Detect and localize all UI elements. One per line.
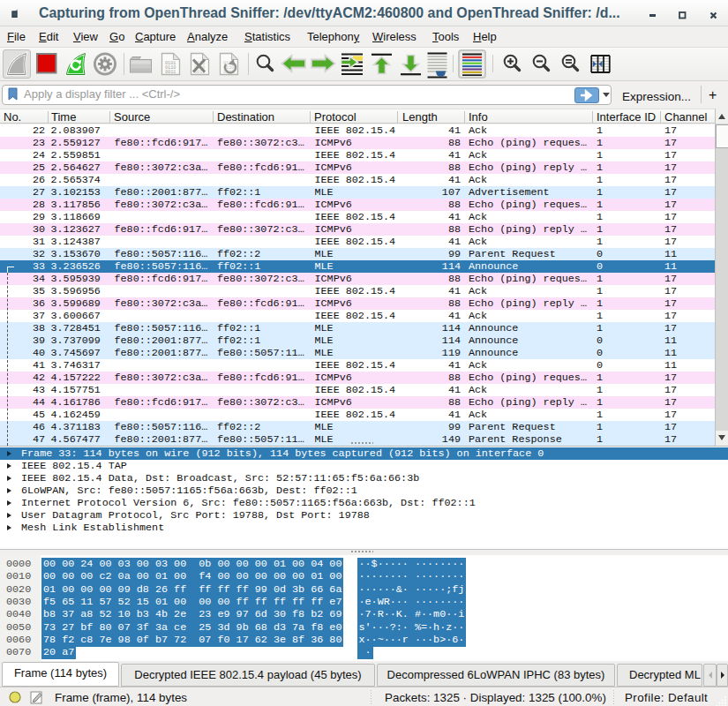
- svg-text:0011: 0011: [165, 70, 176, 75]
